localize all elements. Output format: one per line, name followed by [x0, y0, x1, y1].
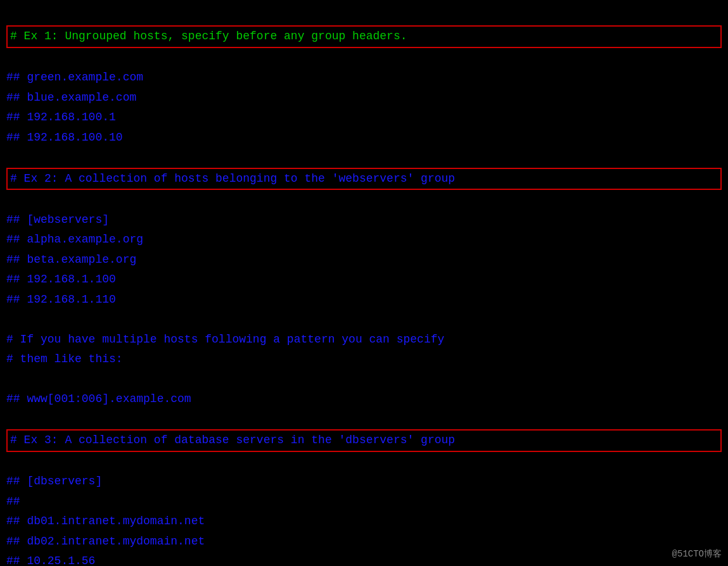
- boxed-line: # Ex 3: A collection of database servers…: [6, 429, 722, 452]
- empty-line: [6, 410, 722, 430]
- code-line: ## [dbservers]: [6, 472, 722, 492]
- boxed-line: # Ex 2: A collection of hosts belonging …: [6, 168, 722, 191]
- code-line: ##: [6, 492, 722, 512]
- code-line: ## www[001:006].example.com: [6, 389, 722, 410]
- code-line: # them like this:: [6, 349, 722, 370]
- code-line: ## 192.168.100.10: [6, 128, 722, 148]
- highlighted-box-line: # Ex 1: Ungrouped hosts, specify before …: [6, 25, 722, 48]
- code-line: ## alpha.example.org: [6, 230, 722, 250]
- empty-line: [6, 148, 722, 168]
- code-content: # Ex 1: Ungrouped hosts, specify before …: [6, 5, 722, 566]
- code-line: ## 192.168.1.110: [6, 290, 722, 310]
- code-line: ## [webservers]: [6, 210, 722, 230]
- watermark-label: @51CTO博客: [672, 548, 722, 560]
- code-line: ## db01.intranet.mydomain.net: [6, 512, 722, 532]
- code-line: ## db02.intranet.mydomain.net: [6, 532, 722, 552]
- empty-line: [6, 370, 722, 390]
- empty-line: [6, 310, 722, 330]
- code-line: ## green.example.com: [6, 68, 722, 88]
- empty-line: [6, 452, 722, 472]
- empty-line: [6, 190, 722, 210]
- code-line: ## blue.example.com: [6, 88, 722, 108]
- code-line: ## beta.example.org: [6, 250, 722, 270]
- code-line: # If you have multiple hosts following a…: [6, 330, 722, 350]
- empty-line: [6, 48, 722, 68]
- code-line: ## 10.25.1.56: [6, 551, 722, 566]
- code-line: ## 192.168.1.100: [6, 270, 722, 290]
- code-line: ## 192.168.100.1: [6, 108, 722, 128]
